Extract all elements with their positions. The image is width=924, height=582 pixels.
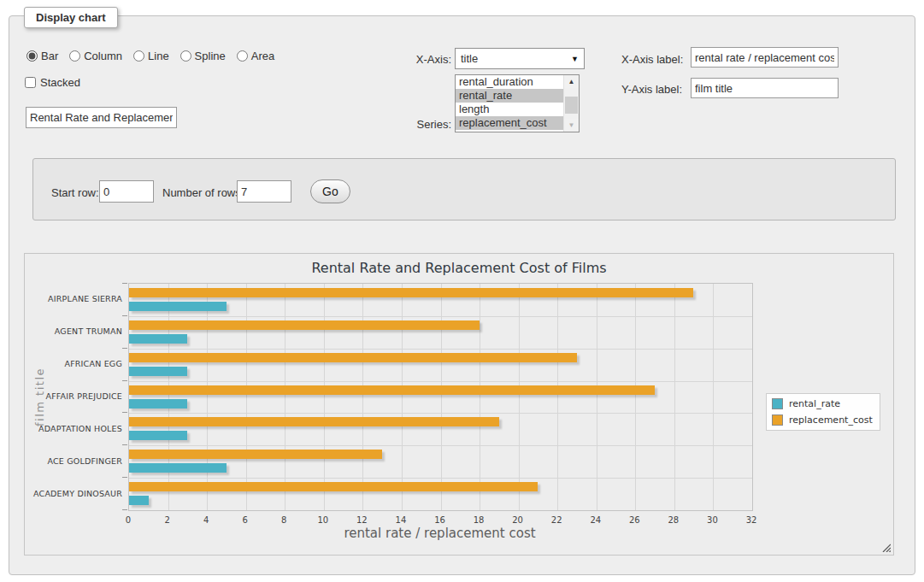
- y-axis-tick: [122, 315, 127, 316]
- x-tick-label: 2: [150, 515, 185, 525]
- gridline: [129, 445, 752, 446]
- x-tick-label: 32: [734, 515, 768, 525]
- gridline: [207, 284, 208, 510]
- y-axis-tick: [122, 380, 127, 381]
- x-axis-field-label: X-Axis:: [376, 53, 451, 66]
- chart-type-option-spline: Spline: [180, 50, 226, 62]
- chart-type-radio-group: BarColumnLineSplineArea: [26, 50, 274, 62]
- bar-rental_rate: [129, 431, 187, 440]
- chart-type-radio-bar[interactable]: [26, 50, 38, 62]
- number-of-rows-input[interactable]: [237, 180, 291, 203]
- chart-title-input[interactable]: [26, 107, 177, 128]
- x-axis-selected-value: title: [461, 52, 478, 65]
- go-button[interactable]: Go: [310, 179, 350, 203]
- category-label: AGENT TRUMAN: [32, 326, 122, 336]
- series-option-rental_duration[interactable]: rental_duration: [456, 75, 579, 89]
- scroll-down-icon[interactable]: ▼: [564, 119, 579, 132]
- gridline: [129, 413, 752, 414]
- bar-replacement_cost: [129, 353, 577, 362]
- legend-label: rental_rate: [789, 398, 840, 409]
- stacked-option: Stacked: [25, 76, 80, 89]
- x-axis-select[interactable]: title ▼: [455, 48, 585, 69]
- chart-container: Rental Rate and Replacement Cost of Film…: [24, 253, 894, 556]
- y-axis-tick: [122, 348, 127, 349]
- gridline: [168, 284, 169, 510]
- bar-replacement_cost: [129, 320, 480, 330]
- resize-handle-icon[interactable]: [881, 543, 891, 552]
- x-tick-label: 18: [462, 515, 496, 525]
- x-tick-label: 22: [539, 515, 574, 525]
- start-row-input[interactable]: [99, 180, 154, 203]
- series-listbox[interactable]: rental_durationrental_ratelengthreplacem…: [455, 74, 580, 132]
- chart-type-option-column: Column: [69, 50, 122, 62]
- chart-type-radio-area[interactable]: [237, 50, 248, 62]
- y-axis-tick: [122, 283, 127, 284]
- gridline: [129, 316, 752, 317]
- x-axis-label-input[interactable]: [691, 47, 839, 68]
- gridline: [674, 284, 675, 510]
- series-listbox-items: rental_durationrental_ratelengthreplacem…: [456, 75, 579, 130]
- x-tick-label: 8: [267, 515, 301, 525]
- gridline: [635, 284, 636, 510]
- bar-rental_rate: [129, 302, 227, 311]
- category-label: ADAPTATION HOLES: [32, 424, 122, 433]
- category-label: AFRICAN EGG: [32, 359, 122, 368]
- chart-title: Rental Rate and Replacement Cost of Film…: [25, 260, 893, 276]
- x-tick-label: 10: [306, 515, 340, 525]
- panel-legend: Display chart: [24, 7, 118, 28]
- gridline: [129, 478, 752, 479]
- x-tick-label: 30: [695, 515, 729, 525]
- chart-type-label: Column: [84, 50, 122, 62]
- gridline: [129, 349, 752, 350]
- bar-rental_rate: [129, 463, 227, 473]
- x-tick-label: 24: [579, 515, 613, 525]
- gridline: [129, 381, 752, 382]
- series-listbox-scrollbar[interactable]: ▲ ▼: [563, 75, 579, 132]
- y-axis-tick: [122, 509, 127, 510]
- legend-entry-rental_rate: rental_rate: [772, 398, 873, 409]
- bar-rental_rate: [129, 399, 187, 409]
- chart-type-label: Spline: [195, 50, 226, 62]
- legend-swatch: [772, 398, 783, 409]
- chart-type-radio-spline[interactable]: [180, 50, 191, 62]
- series-field-label: Series:: [376, 118, 451, 131]
- scrollbar-thumb[interactable]: [565, 97, 578, 114]
- gridline: [324, 284, 325, 510]
- chart-type-option-bar: Bar: [26, 50, 58, 62]
- y-axis-label-input[interactable]: [691, 78, 839, 98]
- gridline: [597, 284, 597, 510]
- gridline: [441, 284, 442, 510]
- series-option-replacement_cost[interactable]: replacement_cost: [456, 116, 579, 130]
- gridline: [285, 284, 285, 510]
- gridline: [246, 284, 247, 510]
- stacked-checkbox[interactable]: [25, 77, 36, 88]
- bar-rental_rate: [129, 334, 187, 344]
- gridline: [402, 284, 403, 510]
- bar-replacement_cost: [129, 482, 538, 491]
- bar-replacement_cost: [129, 417, 499, 426]
- x-tick-label: 20: [501, 515, 535, 525]
- x-axis-label-caption: X-Axis label:: [621, 53, 683, 66]
- legend-label: replacement_cost: [789, 414, 873, 426]
- chart-type-radio-column[interactable]: [69, 50, 80, 62]
- x-tick-label: 0: [111, 515, 145, 525]
- chart-type-radio-line[interactable]: [133, 50, 144, 62]
- scroll-up-icon[interactable]: ▲: [564, 75, 579, 88]
- bar-rental_rate: [129, 367, 187, 376]
- gridline: [362, 284, 363, 510]
- gridline: [557, 284, 558, 510]
- series-option-length[interactable]: length: [456, 103, 579, 116]
- chart-type-option-line: Line: [133, 50, 169, 62]
- y-axis-tick: [122, 412, 127, 413]
- series-option-rental_rate[interactable]: rental_rate: [456, 89, 579, 103]
- chart-type-label: Line: [148, 50, 169, 62]
- chart-type-option-area: Area: [237, 50, 274, 62]
- chart-type-label: Area: [251, 50, 274, 62]
- start-row-label: Start row:: [51, 186, 99, 199]
- chart-legend: rental_ratereplacement_cost: [766, 393, 880, 431]
- x-tick-label: 16: [423, 515, 457, 525]
- bar-replacement_cost: [129, 385, 655, 395]
- category-label: ACE GOLDFINGER: [32, 456, 122, 466]
- y-axis-tick: [122, 477, 127, 478]
- y-axis-tick: [122, 444, 127, 445]
